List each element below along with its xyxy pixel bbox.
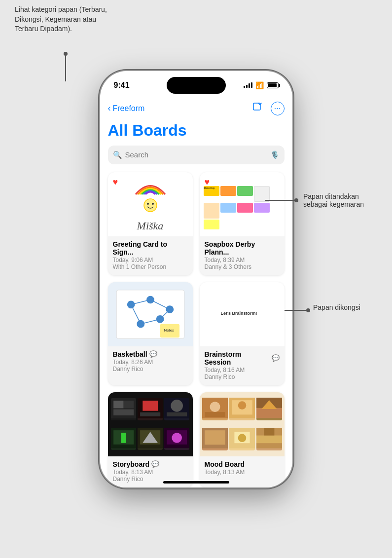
battery-fill [268, 83, 277, 87]
brainstorm-header: Let's Brainstorm! [220, 311, 257, 316]
story-panel-1 [111, 398, 136, 420]
svg-point-35 [172, 433, 182, 443]
callout-right-bottom-dot [306, 308, 310, 312]
board-date-4: Today, 8:13 AM [113, 469, 188, 476]
nav-actions: ··· [252, 102, 285, 115]
board-thumbnail-2: Notes [108, 282, 193, 346]
board-date-1: Today, 8:39 AM [205, 257, 280, 263]
board-thumbnail-0: ♥ [108, 172, 193, 236]
callout-top-line [65, 52, 66, 81]
nav-back-button[interactable]: ‹ Freeform [108, 103, 145, 113]
wifi-icon: 📶 [255, 81, 264, 89]
svg-rect-43 [256, 408, 282, 418]
board-name-1: Soapbox Derby Plann... [205, 240, 280, 256]
board-card-3[interactable]: Let's Brainstorm! [200, 282, 285, 385]
heart-icon-0: ♥ [113, 177, 118, 187]
more-icon[interactable]: ··· [271, 102, 285, 115]
soapbox-note-3 [237, 186, 253, 196]
soapbox-note-5 [237, 203, 253, 213]
greeting-smiley-svg [143, 198, 158, 213]
mood-panel-3 [256, 398, 282, 420]
compose-icon[interactable] [252, 102, 263, 115]
share-icon-4: 💬 [151, 460, 159, 468]
board-name-4: Storyboard 💬 [113, 460, 188, 468]
board-date-0: Today, 9:06 AM [113, 257, 188, 263]
greeting-rainbow-svg [131, 175, 170, 199]
board-thumbnail-5 [200, 392, 285, 456]
mood-panel-4 [202, 428, 228, 450]
svg-point-3 [152, 203, 154, 205]
page-title: All Boards [108, 121, 285, 140]
svg-rect-18 [113, 401, 124, 408]
svg-rect-23 [140, 412, 160, 416]
svg-rect-22 [143, 401, 158, 411]
story-panel-2 [138, 398, 163, 420]
heart-icon-1: ♥ [205, 177, 210, 187]
story-panel-3 [164, 398, 189, 420]
board-date-3: Today, 8:16 AM [205, 367, 280, 373]
svg-rect-52 [264, 428, 274, 436]
svg-rect-19 [123, 401, 134, 408]
signal-bar-1 [244, 86, 245, 88]
mic-icon[interactable]: 🎙️ [270, 150, 280, 159]
boards-grid: ♥ [108, 172, 285, 487]
board-card-1[interactable]: ♥ Race Day [200, 172, 285, 275]
more-dots: ··· [274, 105, 281, 112]
search-input[interactable] [125, 150, 270, 159]
soapbox-img-1 [254, 186, 270, 202]
signal-bar-4 [251, 82, 252, 88]
callout-right-top-line [265, 200, 297, 201]
dynamic-island [167, 77, 226, 94]
board-card-5[interactable]: Mood Board Today, 8:13 AM [200, 392, 285, 487]
story-panel-5 [138, 428, 163, 450]
svg-text:Notes: Notes [164, 328, 174, 333]
status-time: 9:41 [114, 79, 130, 90]
nav-bar: ‹ Freeform ··· [100, 98, 292, 119]
board-info-1: Soapbox Derby Plann... Today, 8:39 AM Da… [200, 236, 285, 275]
greeting-miska-text: Miška [108, 220, 193, 232]
svg-point-41 [238, 401, 246, 409]
board-card-2[interactable]: Notes Basketball 💬 Today, 8:26 AM Danny … [108, 282, 193, 385]
board-info-5: Mood Board Today, 8:13 AM [200, 456, 285, 481]
mood-panel-6 [256, 428, 282, 450]
board-info-3: Brainstorm Session 💬 Today, 8:16 AM Dann… [200, 346, 285, 385]
sticky-grid [257, 294, 263, 334]
board-thumbnail-1: ♥ Race Day [200, 172, 285, 236]
board-person-3: Danny Rico [205, 373, 280, 380]
soapbox-img-2 [204, 203, 219, 219]
callout-right-bottom-text: Papan dikongsi [313, 303, 360, 311]
story-panel-4 [111, 428, 136, 450]
soapbox-note-4 [220, 203, 236, 213]
story-panel-6 [164, 428, 189, 450]
soapbox-note-6 [254, 203, 270, 213]
svg-rect-26 [167, 412, 187, 416]
soapbox-content: Race Day [202, 182, 283, 231]
board-name-text-5: Mood Board [205, 460, 245, 468]
share-icon-3: 💬 [272, 354, 280, 362]
board-card-4[interactable]: Storyboard 💬 Today, 8:13 AM Danny Rico [108, 392, 193, 487]
board-card-0[interactable]: ♥ [108, 172, 193, 275]
basketball-svg: Notes [111, 285, 190, 343]
svg-point-2 [147, 203, 149, 205]
nav-back-label: Freeform [113, 104, 145, 113]
search-icon: 🔍 [113, 150, 122, 159]
main-content: All Boards 🔍 🎙️ ♥ [100, 119, 292, 487]
callout-right-top-text: Papan ditandakan sebagai kegemaran [303, 192, 364, 208]
page-wrapper: Lihat kategori papan (Terbaru, Dikongsi,… [0, 0, 392, 558]
callout-right-top-dot [294, 198, 298, 202]
board-name-text-0: Greeting Card to Sign... [113, 240, 188, 256]
soapbox-note-2 [220, 186, 236, 196]
mood-panel-5 [229, 428, 255, 450]
board-person-0: With 1 Other Person [113, 263, 188, 270]
board-person-2: Danny Rico [113, 366, 188, 372]
callout-right-bottom-line [285, 310, 309, 311]
search-bar[interactable]: 🔍 🎙️ [108, 146, 285, 164]
compose-icon-svg [252, 102, 263, 112]
svg-rect-46 [205, 431, 225, 445]
board-date-2: Today, 8:26 AM [113, 359, 188, 366]
status-icons: 📶 [244, 79, 279, 89]
svg-rect-51 [256, 436, 282, 444]
board-name-text-1: Soapbox Derby Plann... [205, 240, 280, 256]
callout-top-dot [64, 52, 68, 56]
board-name-5: Mood Board [205, 460, 280, 468]
